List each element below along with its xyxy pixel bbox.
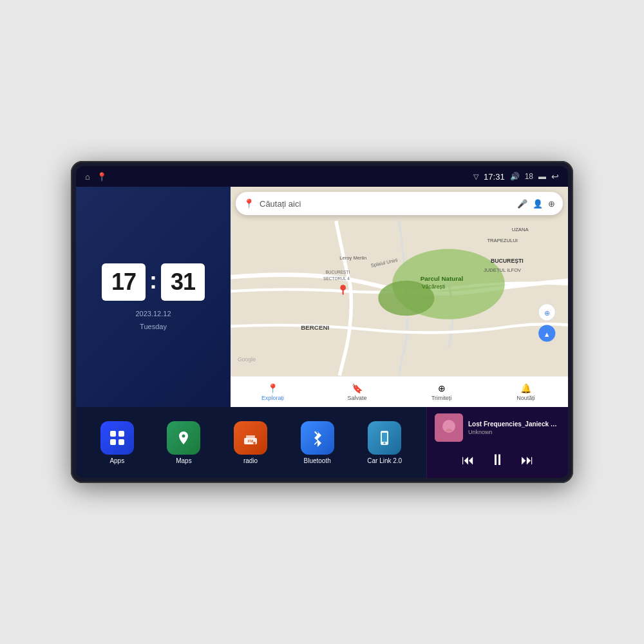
battery-icon: ▬ [538, 172, 546, 181]
home-icon[interactable]: ⌂ [85, 172, 90, 182]
carlink-phone-icon [375, 429, 393, 447]
svg-point-31 [384, 442, 386, 444]
apps-dock: Apps Maps [76, 407, 426, 478]
map-pin-icon: 📍 [243, 198, 254, 209]
svg-text:FM: FM [248, 439, 254, 443]
send-icon: ⊕ [438, 383, 446, 393]
signal-icon: ▽ [473, 173, 478, 181]
app-item-maps[interactable]: Maps [167, 421, 200, 464]
news-label: Noutăți [516, 395, 535, 401]
map-nav-explore[interactable]: 📍 Explorați [231, 381, 315, 404]
music-player: Lost Frequencies_Janieck Devy-... Unknow… [426, 407, 568, 478]
next-button[interactable]: ⏭ [521, 453, 534, 468]
maps-pin-icon [175, 429, 193, 447]
account-icon[interactable]: 👤 [533, 199, 543, 209]
main-content: 17 : 31 2023.12.12 Tuesday 📍 Căutați aic… [76, 187, 568, 478]
layers-icon[interactable]: ⊕ [548, 199, 555, 209]
album-art-svg [435, 413, 463, 442]
music-album-art [435, 413, 463, 442]
saved-label: Salvate [347, 395, 366, 401]
status-left-icons: ⌂ 📍 [85, 172, 107, 182]
maps-icon[interactable]: 📍 [97, 172, 107, 182]
clock-hours: 17 [102, 263, 146, 301]
radio-wave-icon: FM [242, 429, 260, 447]
svg-text:UZANA: UZANA [512, 227, 529, 232]
volume-icon: 🔊 [510, 172, 520, 181]
svg-text:▲: ▲ [544, 330, 551, 338]
app-item-bluetooth[interactable]: Bluetooth [301, 421, 334, 464]
svg-text:TRAPEZULUI: TRAPEZULUI [487, 238, 517, 243]
svg-rect-23 [110, 439, 116, 445]
svg-text:BUCUREȘTI: BUCUREȘTI [325, 270, 350, 275]
map-nav-send[interactable]: ⊕ Trimiteți [399, 381, 484, 404]
svg-text:SECTORUL 4: SECTORUL 4 [323, 276, 350, 281]
clock-colon: : [149, 267, 157, 294]
play-pause-button[interactable]: ⏸ [490, 451, 506, 469]
clock-minutes: 31 [161, 263, 205, 301]
svg-rect-30 [382, 433, 387, 442]
send-label: Trimiteți [431, 395, 452, 401]
maps-label: Maps [176, 457, 191, 464]
screen: ⌂ 📍 ▽ 17:31 🔊 18 ▬ ↩ 17 : [76, 166, 568, 478]
map-background: Parcul Natural Văcărești BUCUREȘTI JUDEȚ… [231, 220, 568, 376]
explore-icon: 📍 [267, 383, 278, 393]
svg-text:Parcul Natural: Parcul Natural [421, 275, 464, 282]
volume-level: 18 [525, 172, 533, 181]
app-item-radio[interactable]: FM radio [234, 421, 267, 464]
svg-rect-24 [118, 439, 124, 445]
svg-point-28 [253, 442, 256, 444]
mic-icon[interactable]: 🎤 [517, 199, 527, 209]
back-icon[interactable]: ↩ [551, 171, 559, 182]
apps-grid-icon [108, 429, 126, 447]
explore-label: Explorați [261, 395, 284, 401]
svg-text:JUDEȚUL ILFOV: JUDEȚUL ILFOV [484, 267, 522, 273]
apps-icon-wrapper [100, 421, 134, 455]
saved-icon: 🔖 [352, 383, 363, 393]
map-nav-news[interactable]: 🔔 Noutăți [484, 381, 568, 404]
bluetooth-symbol-icon [308, 429, 327, 447]
bluetooth-icon-wrapper [301, 421, 334, 455]
map-search-icons: 🎤 👤 ⊕ [517, 199, 555, 209]
map-bottom-nav: 📍 Explorați 🔖 Salvate ⊕ Trimiteți 🔔 [231, 376, 568, 407]
map-widget[interactable]: 📍 Căutați aici 🎤 👤 ⊕ [231, 187, 568, 407]
map-svg: Parcul Natural Văcărești BUCUREȘTI JUDEȚ… [231, 220, 568, 376]
app-item-carlink[interactable]: Car Link 2.0 [367, 421, 402, 464]
map-nav-saved[interactable]: 🔖 Salvate [315, 381, 399, 404]
clock-display: 17 : 31 [102, 263, 205, 301]
svg-rect-26 [246, 435, 255, 438]
svg-text:Văcărești: Văcărești [422, 283, 445, 290]
clock-date: 2023.12.12 [135, 310, 171, 317]
app-item-apps[interactable]: Apps [100, 421, 134, 464]
map-search-bar[interactable]: 📍 Căutați aici 🎤 👤 ⊕ [236, 192, 563, 215]
svg-rect-21 [110, 431, 116, 437]
prev-button[interactable]: ⏮ [462, 453, 475, 468]
music-top-area: Lost Frequencies_Janieck Devy-... Unknow… [435, 413, 560, 442]
status-bar: ⌂ 📍 ▽ 17:31 🔊 18 ▬ ↩ [76, 166, 568, 187]
status-right-area: ▽ 17:31 🔊 18 ▬ ↩ [473, 171, 559, 182]
bluetooth-label: Bluetooth [303, 457, 330, 464]
map-search-text[interactable]: Căutați aici [260, 199, 512, 209]
news-icon: 🔔 [520, 383, 531, 393]
music-artist: Unknown [468, 429, 560, 435]
svg-text:Leroy Merlin: Leroy Merlin [339, 255, 366, 261]
carlink-label: Car Link 2.0 [367, 457, 402, 464]
status-time: 17:31 [484, 172, 505, 182]
maps-icon-wrapper [167, 421, 200, 455]
svg-text:BERCENI: BERCENI [301, 324, 329, 331]
apps-label: Apps [109, 457, 124, 464]
svg-text:⊕: ⊕ [544, 309, 550, 317]
radio-icon-wrapper: FM [234, 421, 267, 455]
music-info: Lost Frequencies_Janieck Devy-... Unknow… [468, 421, 560, 435]
svg-text:Google: Google [238, 356, 256, 363]
bottom-section: Apps Maps [76, 407, 568, 478]
top-section: 17 : 31 2023.12.12 Tuesday 📍 Căutați aic… [76, 187, 568, 407]
svg-text:BUCUREȘTI: BUCUREȘTI [491, 258, 524, 264]
clock-widget: 17 : 31 2023.12.12 Tuesday [76, 187, 231, 407]
svg-rect-22 [118, 431, 124, 437]
radio-label: radio [243, 457, 258, 464]
carlink-icon-wrapper [368, 421, 401, 455]
clock-day: Tuesday [140, 323, 167, 330]
music-controls: ⏮ ⏸ ⏭ [435, 451, 560, 471]
music-title: Lost Frequencies_Janieck Devy-... [468, 421, 560, 428]
car-screen-device: ⌂ 📍 ▽ 17:31 🔊 18 ▬ ↩ 17 : [71, 161, 573, 483]
